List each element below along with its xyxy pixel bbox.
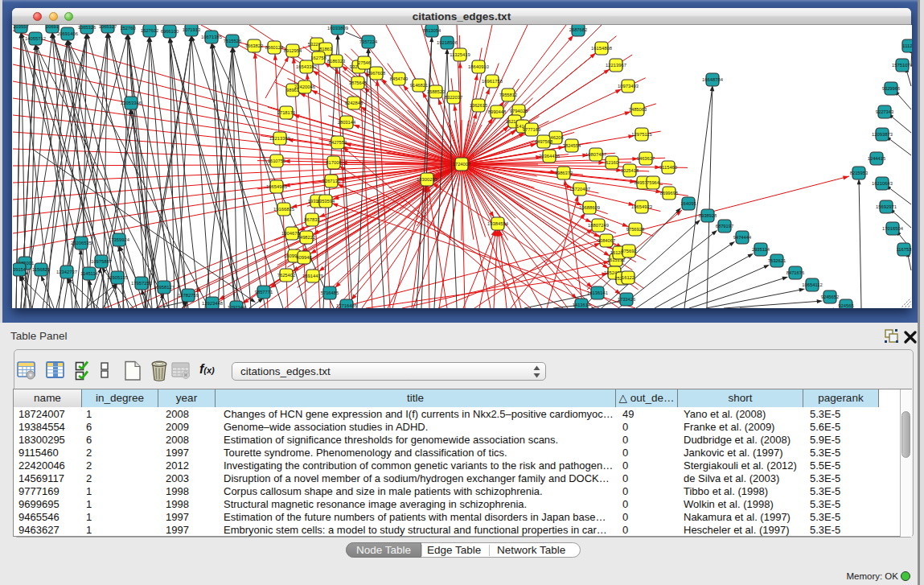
svg-text:18640910: 18640910 [468,64,489,69]
svg-text:10958127: 10958127 [154,285,175,290]
svg-text:10973493: 10973493 [618,84,639,89]
svg-text:8660124: 8660124 [265,45,284,50]
svg-text:11325419: 11325419 [450,52,470,57]
svg-text:162758: 162758 [310,56,326,60]
svg-text:1292344: 1292344 [228,305,246,308]
svg-text:14055712: 14055712 [25,36,46,41]
svg-text:409948: 409948 [296,255,311,260]
svg-text:17359924: 17359924 [109,237,130,242]
svg-text:19654985: 19654985 [266,184,287,189]
svg-text:7632621: 7632621 [768,258,786,263]
svg-text:16648784: 16648784 [702,77,724,82]
svg-text:15692971: 15692971 [876,204,897,209]
svg-text:62160: 62160 [606,160,618,165]
svg-text:8215953: 8215953 [850,171,869,175]
svg-text:9227343: 9227343 [876,109,894,114]
svg-text:16961758: 16961758 [482,79,503,84]
svg-text:7955812: 7955812 [499,93,518,97]
svg-text:975692: 975692 [621,249,636,253]
svg-text:7986372: 7986372 [555,171,573,175]
svg-text:16154808: 16154808 [591,46,612,51]
svg-text:19384554: 19384554 [487,221,509,226]
svg-text:7485063: 7485063 [629,107,647,112]
svg-text:9463627: 9463627 [637,156,655,161]
svg-text:8454749: 8454749 [390,76,409,81]
svg-text:1413614: 1413614 [573,303,591,307]
svg-text:3824554: 3824554 [563,143,581,148]
svg-text:7663822: 7663822 [245,43,264,48]
svg-text:11123: 11123 [902,43,912,48]
svg-text:75964: 75964 [647,180,660,185]
svg-text:16210643: 16210643 [872,181,893,186]
svg-text:1724007: 1724007 [453,162,471,167]
svg-text:8471676: 8471676 [786,270,805,275]
svg-text:39154: 39154 [13,267,27,272]
svg-text:164095: 164095 [680,201,696,206]
svg-text:8912954: 8912954 [284,48,302,53]
svg-text:22053346: 22053346 [121,101,142,105]
svg-text:10975887: 10975887 [91,259,112,264]
svg-text:17016504: 17016504 [882,226,904,231]
svg-text:12975115: 12975115 [631,132,651,137]
svg-text:16782759: 16782759 [178,293,199,298]
svg-text:27546: 27546 [358,60,371,65]
svg-text:1071913: 1071913 [183,27,201,32]
svg-text:15751074: 15751074 [892,63,912,68]
svg-text:116753: 116753 [897,247,912,252]
svg-text:9115460: 9115460 [659,165,677,170]
svg-text:1588520: 1588520 [427,89,446,94]
svg-text:9146821: 9146821 [410,83,429,88]
svg-text:12213967: 12213967 [606,63,626,68]
svg-text:12923448: 12923448 [202,301,223,306]
svg-text:2935114: 2935114 [752,247,770,252]
svg-text:9084067: 9084067 [598,238,616,243]
svg-text:1025418: 1025418 [621,168,639,173]
svg-text:16543382: 16543382 [296,64,317,69]
svg-text:20691: 20691 [46,25,59,29]
svg-text:2803144: 2803144 [338,120,356,125]
svg-text:1527602: 1527602 [141,28,159,33]
svg-text:6879197: 6879197 [716,224,734,229]
svg-text:12213369: 12213369 [269,136,290,141]
svg-text:2967608: 2967608 [368,71,386,76]
svg-text:1244415: 1244415 [868,156,886,161]
svg-text:19654923: 19654923 [631,204,652,209]
svg-text:10671385: 10671385 [201,35,222,39]
svg-text:924565: 924565 [838,303,853,308]
svg-text:16914479: 16914479 [302,274,323,278]
svg-text:12342737: 12342737 [56,270,77,274]
svg-text:3267130: 3267130 [322,179,341,183]
svg-text:1065326: 1065326 [78,25,97,30]
svg-text:9245652: 9245652 [821,295,840,299]
svg-text:1156829: 1156829 [32,267,50,272]
svg-text:1610755: 1610755 [268,159,286,163]
svg-text:19218506: 19218506 [437,40,458,45]
svg-text:1362615: 1362615 [470,103,488,108]
svg-text:14136141: 14136141 [587,290,608,295]
svg-text:1145114: 1145114 [80,271,98,276]
svg-text:18300295: 18300295 [417,177,437,182]
svg-text:5716485: 5716485 [321,290,339,295]
svg-text:13716485: 13716485 [336,303,357,308]
svg-text:817006: 817006 [326,160,341,165]
svg-text:16033809: 16033809 [327,26,348,31]
svg-text:10688609: 10688609 [579,205,600,210]
svg-text:20364436: 20364436 [539,154,560,159]
svg-text:18807249: 18807249 [588,223,609,228]
svg-text:8186323: 8186323 [327,59,346,64]
svg-text:16122: 16122 [622,275,634,280]
svg-text:20206535: 20206535 [71,241,92,245]
svg-text:6966100: 6966100 [161,29,179,34]
svg-text:152760: 152760 [120,26,135,31]
svg-text:22420046: 22420046 [294,84,315,89]
svg-text:8498222: 8498222 [298,235,316,240]
svg-text:9777169: 9777169 [523,127,541,132]
svg-text:3875645: 3875645 [349,80,368,85]
svg-text:9794028: 9794028 [510,109,528,113]
svg-text:10654112: 10654112 [802,282,822,287]
svg-text:8990448: 8990448 [488,109,507,114]
svg-text:8699695: 8699695 [660,191,679,196]
svg-text:8322037: 8322037 [445,95,463,100]
svg-text:81863: 81863 [319,47,332,51]
svg-text:1353594: 1353594 [317,199,335,204]
